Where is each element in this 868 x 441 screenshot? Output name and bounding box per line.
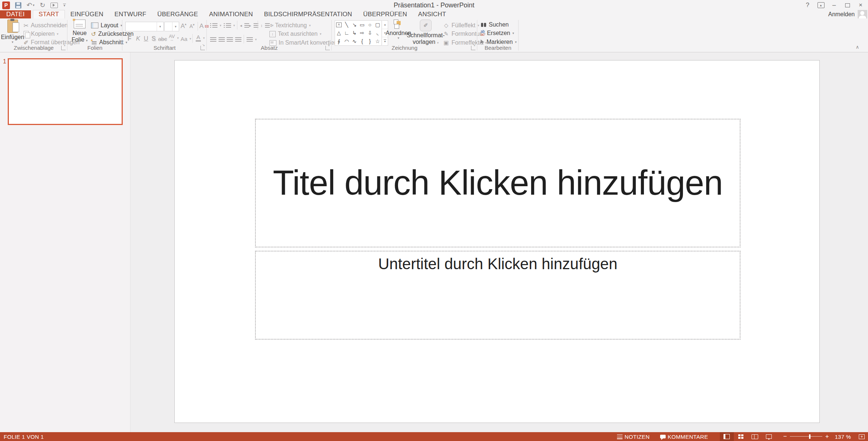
- numbering-button[interactable]: ▾: [224, 21, 235, 29]
- zoom-out-button[interactable]: −: [781, 433, 789, 440]
- ribbon-display-options-button[interactable]: ▴: [816, 1, 826, 10]
- align-center-button[interactable]: [219, 35, 225, 44]
- font-size-combobox[interactable]: ▾: [164, 22, 179, 31]
- columns-button[interactable]: ▾: [247, 35, 257, 44]
- find-button[interactable]: Suchen: [481, 21, 509, 29]
- title-placeholder[interactable]: Titel durch Klicken hinzufügen: [255, 119, 740, 247]
- elbow-connector-shape[interactable]: ∟: [343, 29, 351, 37]
- rounded-rectangle-shape[interactable]: ▢: [374, 21, 381, 29]
- elbow-arrow-connector-shape[interactable]: ↳: [351, 29, 358, 37]
- shrink-font-button[interactable]: A▾: [189, 22, 195, 30]
- align-right-button[interactable]: [227, 35, 233, 44]
- font-dialog-launcher[interactable]: [201, 46, 205, 50]
- statusbar: FOLIE 1 VON 1 NOTIZEN KOMMENTARE − + 137…: [0, 432, 868, 441]
- corner-shape[interactable]: ◟: [374, 29, 381, 37]
- grow-font-button[interactable]: A▴: [181, 22, 187, 30]
- collapse-ribbon-button[interactable]: ∧: [855, 44, 859, 50]
- paragraph-dialog-launcher[interactable]: [325, 46, 330, 50]
- restore-icon: [845, 3, 850, 7]
- cut-label: Ausschneiden: [31, 22, 68, 29]
- shape-fill-button[interactable]: ◇ Fülleffekt ▾: [443, 21, 479, 29]
- rectangle-shape[interactable]: ▭: [358, 21, 366, 29]
- zoom-slider-handle[interactable]: [809, 434, 811, 439]
- zoom-in-button[interactable]: +: [823, 433, 831, 440]
- text-direction-button[interactable]: ⇕ Textrichtung ▾: [269, 21, 311, 29]
- tab-ueberpruefen[interactable]: ÜBERPRÜFEN: [358, 10, 412, 18]
- font-color-button[interactable]: A ▾: [196, 34, 205, 42]
- subtitle-placeholder[interactable]: Untertitel durch Klicken hinzufügen: [255, 251, 740, 340]
- strikethrough-button[interactable]: abc: [158, 35, 167, 43]
- clear-formatting-icon: A: [199, 22, 203, 30]
- fit-slide-to-window-button[interactable]: ✛: [855, 432, 868, 441]
- tab-uebergaenge[interactable]: ÜBERGÄNGE: [152, 10, 203, 18]
- quick-styles-label-2: vorlagen: [413, 39, 435, 45]
- align-left-button[interactable]: [210, 35, 216, 44]
- reading-view-button[interactable]: [748, 432, 762, 441]
- zoom-level-button[interactable]: 137 %: [831, 434, 855, 440]
- curve-shape[interactable]: ∿: [351, 37, 358, 45]
- text-shadow-button[interactable]: S: [151, 35, 156, 43]
- arrange-button[interactable]: Anordnen ▾: [388, 20, 409, 40]
- tab-animationen[interactable]: ANIMATIONEN: [203, 10, 258, 18]
- paste-button[interactable]: Einfügen ▾: [3, 20, 22, 44]
- new-slide-button[interactable]: ✶ Neue Folie ▾: [70, 20, 89, 44]
- arc-shape[interactable]: ◠: [343, 37, 351, 45]
- cut-button[interactable]: ✂ Ausschneiden: [24, 21, 68, 29]
- drawing-dialog-launcher[interactable]: [471, 46, 475, 50]
- font-size-dropdown-icon[interactable]: ▾: [172, 22, 179, 31]
- zoom-slider[interactable]: [790, 432, 822, 441]
- select-icon: [481, 39, 484, 45]
- tab-einfuegen[interactable]: EINFÜGEN: [65, 10, 109, 18]
- bullets-icon: [210, 23, 217, 28]
- tab-start[interactable]: START: [33, 10, 65, 18]
- shapes-scroll-up-button[interactable]: ▴: [382, 21, 388, 29]
- slide-sorter-view-button[interactable]: [734, 432, 748, 441]
- slide-thumbnail[interactable]: [8, 58, 123, 125]
- oval-shape[interactable]: ○: [366, 21, 374, 29]
- font-name-combobox[interactable]: ▾: [125, 22, 164, 31]
- down-arrow-shape[interactable]: ⇩: [366, 29, 374, 37]
- avatar[interactable]: [858, 10, 867, 19]
- comments-toggle-button[interactable]: KOMMENTARE: [655, 432, 713, 441]
- underline-button[interactable]: U: [144, 35, 148, 43]
- bold-button[interactable]: F: [128, 35, 131, 43]
- quick-styles-button[interactable]: ✐ Schnellformat- vorlagen ▾: [410, 20, 442, 46]
- zoom-controls: − + 137 % ✛: [781, 432, 868, 441]
- justify-button[interactable]: [235, 35, 241, 44]
- character-spacing-button[interactable]: AV↔ ▾: [169, 34, 179, 42]
- triangle-shape[interactable]: △: [335, 29, 343, 37]
- italic-button[interactable]: K: [136, 35, 140, 43]
- notes-toggle-button[interactable]: NOTIZEN: [612, 432, 655, 441]
- align-text-button[interactable]: ↕ Text ausrichten ▾: [269, 30, 321, 38]
- star-shape[interactable]: ☆: [374, 37, 381, 45]
- minimize-button[interactable]: –: [829, 1, 839, 10]
- increase-indent-button[interactable]: ▸: [249, 21, 258, 29]
- font-name-dropdown-icon[interactable]: ▾: [157, 22, 163, 31]
- right-brace-shape[interactable]: }: [366, 37, 374, 45]
- normal-view-button[interactable]: [720, 432, 734, 441]
- shapes-more-button[interactable]: ▾: [382, 37, 388, 45]
- clipboard-dialog-launcher[interactable]: [61, 46, 66, 50]
- help-button[interactable]: ?: [802, 1, 813, 10]
- slide-canvas[interactable]: Titel durch Klicken hinzufügen Untertite…: [174, 60, 820, 423]
- close-button[interactable]: ×: [855, 1, 866, 10]
- decrease-indent-button[interactable]: ◂: [240, 21, 249, 29]
- right-arrow-shape[interactable]: ⇨: [358, 29, 366, 37]
- tab-ansicht[interactable]: ANSICHT: [412, 10, 452, 18]
- restore-button[interactable]: [842, 1, 853, 10]
- change-case-button[interactable]: Aa ▾: [181, 35, 191, 43]
- left-brace-shape[interactable]: {: [358, 37, 366, 45]
- replace-button[interactable]: abac Ersetzen ▾: [481, 29, 514, 37]
- copy-button[interactable]: Kopieren ▾: [24, 30, 59, 38]
- bullets-button[interactable]: ▾: [210, 21, 222, 29]
- line-shape[interactable]: ╲: [343, 21, 351, 29]
- arrow-shape[interactable]: ↘: [351, 21, 358, 29]
- layout-button[interactable]: Layout ▾: [91, 21, 122, 29]
- tab-datei[interactable]: DATEI: [0, 10, 31, 18]
- sign-in-link[interactable]: Anmelden: [828, 11, 855, 18]
- slideshow-button[interactable]: [762, 432, 776, 441]
- scribble-shape[interactable]: ∮: [335, 37, 343, 45]
- textbox-shape[interactable]: A: [335, 21, 343, 29]
- tab-bildschirmpraesentation[interactable]: BILDSCHIRMPRÄSENTATION: [258, 10, 358, 18]
- tab-entwurf[interactable]: ENTWURF: [109, 10, 151, 18]
